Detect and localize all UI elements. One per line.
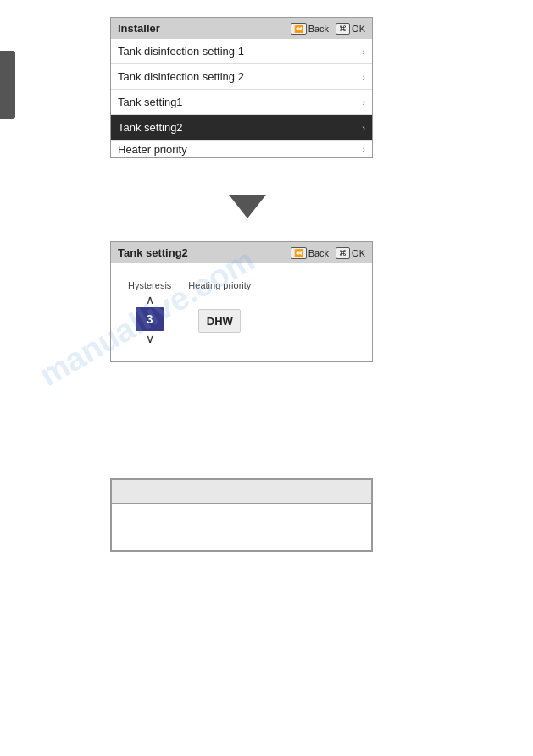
setting-back-control[interactable]: ⏪ Back: [291, 247, 329, 259]
menu-item-tank-setting1-label: Tank setting1: [118, 96, 183, 108]
menu-item-disinfection1[interactable]: Tank disinfection setting 1 ›: [111, 39, 372, 64]
setting-back-icon: ⏪: [291, 247, 307, 259]
installer-menu-title: Installer: [118, 22, 160, 35]
side-tab: [0, 51, 15, 119]
table-cell: [112, 480, 242, 504]
arrow-down-indicator: [229, 195, 266, 218]
setting-ok-control[interactable]: ⌘ OK: [336, 247, 365, 259]
table-cell: [242, 527, 372, 551]
setting-ok-icon: ⌘: [336, 247, 350, 259]
arrow-down-shape: [229, 195, 266, 218]
menu-item-tank-setting2-label: Tank setting2: [118, 121, 183, 134]
tank-setting2-controls: ⏪ Back ⌘ OK: [291, 247, 365, 259]
bottom-table: [110, 478, 373, 552]
table-cell: [242, 504, 372, 527]
table-row: [112, 527, 372, 551]
ok-icon: ⌘: [336, 23, 350, 35]
back-label: Back: [308, 24, 329, 34]
menu-item-tank-setting2[interactable]: Tank setting2 ›: [111, 115, 372, 141]
heating-priority-value[interactable]: DHW: [198, 309, 241, 333]
installer-menu-header: Installer ⏪ Back ⌘ OK: [111, 18, 372, 39]
chevron-right-icon: ›: [362, 47, 365, 57]
chevron-right-icon: ›: [362, 97, 365, 108]
menu-item-disinfection2[interactable]: Tank disinfection setting 2 ›: [111, 64, 372, 90]
installer-menu-controls: ⏪ Back ⌘ OK: [291, 23, 365, 35]
chevron-right-icon: ›: [362, 72, 365, 82]
hysteresis-up-button[interactable]: ∧: [146, 294, 154, 306]
menu-item-heater-priority[interactable]: Heater priority ›: [111, 141, 372, 157]
installer-menu-panel: Installer ⏪ Back ⌘ OK Tank disinfection …: [110, 17, 373, 158]
hysteresis-down-button[interactable]: ∨: [146, 333, 154, 345]
heating-priority-control: Heating priority DHW: [188, 280, 251, 333]
table-row: [112, 504, 372, 527]
setting-ok-label: OK: [352, 248, 365, 258]
ok-control[interactable]: ⌘ OK: [336, 23, 365, 35]
heating-priority-label: Heating priority: [188, 280, 251, 290]
ok-label: OK: [352, 24, 365, 34]
menu-item-disinfection1-label: Tank disinfection setting 1: [118, 45, 244, 58]
tank-setting2-header: Tank setting2 ⏪ Back ⌘ OK: [111, 242, 372, 263]
hysteresis-label: Hysteresis: [128, 280, 171, 290]
back-control[interactable]: ⏪ Back: [291, 23, 329, 35]
back-icon: ⏪: [291, 23, 307, 35]
chevron-right-icon: ›: [362, 144, 365, 154]
hysteresis-value[interactable]: 3: [136, 307, 164, 331]
chevron-right-icon-active: ›: [362, 123, 365, 133]
setting-controls: Hysteresis ∧ 3 ∨ Heating priority DHW: [128, 280, 251, 345]
table-row: [112, 480, 372, 504]
menu-item-disinfection2-label: Tank disinfection setting 2: [118, 70, 244, 83]
table-cell: [242, 480, 372, 504]
table-cell: [112, 504, 242, 527]
tank-setting2-title: Tank setting2: [118, 246, 188, 259]
menu-item-tank-setting1[interactable]: Tank setting1 ›: [111, 90, 372, 115]
tank-setting2-panel: Tank setting2 ⏪ Back ⌘ OK Hysteresis ∧ 3…: [110, 241, 373, 362]
hysteresis-control: Hysteresis ∧ 3 ∨: [128, 280, 171, 345]
setting-body: Hysteresis ∧ 3 ∨ Heating priority DHW: [111, 263, 372, 361]
setting-back-label: Back: [308, 248, 329, 258]
table-cell: [112, 527, 242, 551]
menu-item-heater-priority-label: Heater priority: [118, 143, 187, 156]
